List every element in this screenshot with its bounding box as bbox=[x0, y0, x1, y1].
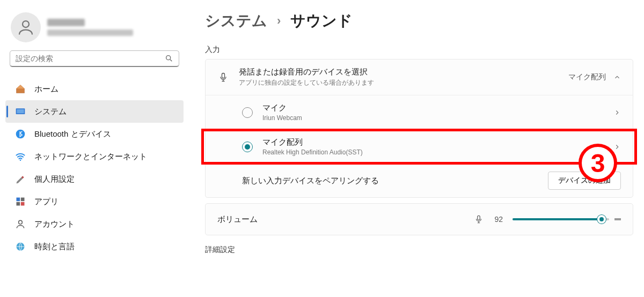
breadcrumb-root[interactable]: システム bbox=[205, 11, 267, 31]
apps-icon bbox=[15, 196, 26, 207]
search-input[interactable] bbox=[16, 54, 160, 63]
volume-value: 92 bbox=[494, 215, 503, 224]
volume-slider[interactable] bbox=[513, 218, 621, 220]
sidebar-item-label: アプリ bbox=[34, 197, 58, 207]
chevron-right-icon bbox=[613, 143, 621, 151]
wifi-icon bbox=[15, 151, 26, 162]
breadcrumb-current: サウンド bbox=[290, 11, 353, 31]
sidebar-item-label: 時刻と言語 bbox=[34, 242, 75, 252]
svg-point-0 bbox=[23, 21, 29, 27]
search-icon bbox=[165, 54, 173, 63]
sidebar-item-time-language[interactable]: 時刻と言語 bbox=[0, 235, 189, 258]
user-email-redacted bbox=[47, 29, 133, 36]
mic-icon bbox=[217, 71, 229, 83]
sidebar-item-label: アカウント bbox=[34, 219, 75, 229]
device-row-mic-array[interactable]: マイク配列 Realtek High Definition Audio(SST) bbox=[206, 129, 633, 164]
annotation-callout: 3 bbox=[579, 144, 617, 182]
globe-icon bbox=[15, 241, 26, 252]
volume-card: ボリューム 92 bbox=[205, 203, 633, 235]
chevron-up-icon bbox=[613, 73, 621, 81]
pairing-label: 新しい入力デバイスをペアリングする bbox=[242, 176, 379, 186]
user-name-redacted bbox=[47, 19, 85, 26]
svg-rect-13 bbox=[478, 216, 480, 220]
radio-unchecked[interactable] bbox=[242, 107, 253, 118]
device-title: マイク bbox=[262, 103, 604, 113]
svg-point-10 bbox=[19, 220, 23, 224]
sidebar-item-label: Bluetooth とデバイス bbox=[34, 129, 111, 139]
svg-point-4 bbox=[16, 130, 25, 139]
main-content: システム › サウンド 入力 発話または録音用のデバイスを選択 アプリに独自の設… bbox=[189, 0, 644, 297]
sidebar-item-system[interactable]: システム bbox=[5, 100, 184, 123]
input-device-header[interactable]: 発話または録音用のデバイスを選択 アプリに独自の設定をしている場合があります マ… bbox=[206, 60, 633, 95]
sidebar-item-label: ホーム bbox=[34, 84, 58, 94]
system-icon bbox=[15, 106, 26, 117]
sidebar-item-label: 個人用設定 bbox=[34, 174, 75, 184]
account-icon bbox=[15, 219, 26, 229]
sidebar-item-home[interactable]: ホーム bbox=[0, 78, 189, 100]
chevron-right-icon bbox=[613, 109, 621, 116]
home-icon bbox=[15, 84, 26, 94]
person-icon bbox=[16, 18, 35, 37]
sidebar-item-label: ネットワークとインターネット bbox=[34, 152, 147, 162]
search-box[interactable] bbox=[10, 50, 179, 67]
svg-point-1 bbox=[166, 56, 171, 60]
user-info bbox=[47, 19, 133, 36]
user-block[interactable] bbox=[0, 8, 189, 50]
avatar bbox=[11, 12, 41, 42]
sidebar-item-label: システム bbox=[34, 107, 67, 117]
nav-list: ホーム システム Bluetooth とデバイス ネットワークとインターネット … bbox=[0, 72, 189, 258]
pairing-row: 新しい入力デバイスをペアリングする デバイスの追加 bbox=[206, 164, 633, 197]
input-header-title: 発話または録音用のデバイスを選択 bbox=[239, 67, 559, 77]
selected-device-label: マイク配列 bbox=[568, 72, 606, 82]
device-subtitle: Iriun Webcam bbox=[262, 114, 604, 122]
sidebar-item-apps[interactable]: アプリ bbox=[0, 190, 189, 213]
bluetooth-icon bbox=[15, 129, 26, 139]
svg-point-5 bbox=[20, 159, 21, 161]
input-device-card: 発話または録音用のデバイスを選択 アプリに独自の設定をしている場合があります マ… bbox=[205, 59, 633, 198]
input-header-subtitle: アプリに独自の設定をしている場合があります bbox=[239, 78, 559, 87]
svg-rect-8 bbox=[17, 202, 20, 206]
svg-rect-3 bbox=[17, 109, 24, 114]
volume-row[interactable]: ボリューム 92 bbox=[206, 204, 633, 235]
svg-rect-9 bbox=[21, 202, 25, 206]
sidebar-item-network[interactable]: ネットワークとインターネット bbox=[0, 145, 189, 168]
svg-rect-6 bbox=[17, 198, 20, 202]
sidebar-item-bluetooth[interactable]: Bluetooth とデバイス bbox=[0, 123, 189, 145]
section-label-input: 入力 bbox=[205, 45, 633, 55]
breadcrumb: システム › サウンド bbox=[205, 11, 633, 31]
callout-number: 3 bbox=[591, 148, 605, 178]
device-row-mic[interactable]: マイク Iriun Webcam bbox=[206, 95, 633, 129]
device-title: マイク配列 bbox=[262, 137, 604, 147]
svg-rect-12 bbox=[222, 73, 225, 78]
device-subtitle: Realtek High Definition Audio(SST) bbox=[262, 148, 604, 156]
sidebar-item-account[interactable]: アカウント bbox=[0, 213, 189, 235]
radio-checked[interactable] bbox=[242, 142, 253, 152]
sidebar-item-personalization[interactable]: 個人用設定 bbox=[0, 168, 189, 190]
svg-rect-7 bbox=[21, 198, 25, 202]
breadcrumb-separator: › bbox=[277, 14, 281, 28]
section-label-advanced: 詳細設定 bbox=[205, 245, 633, 255]
sidebar: ホーム システム Bluetooth とデバイス ネットワークとインターネット … bbox=[0, 0, 189, 297]
volume-label: ボリューム bbox=[217, 214, 258, 225]
brush-icon bbox=[15, 174, 26, 184]
mic-icon[interactable] bbox=[473, 213, 485, 225]
